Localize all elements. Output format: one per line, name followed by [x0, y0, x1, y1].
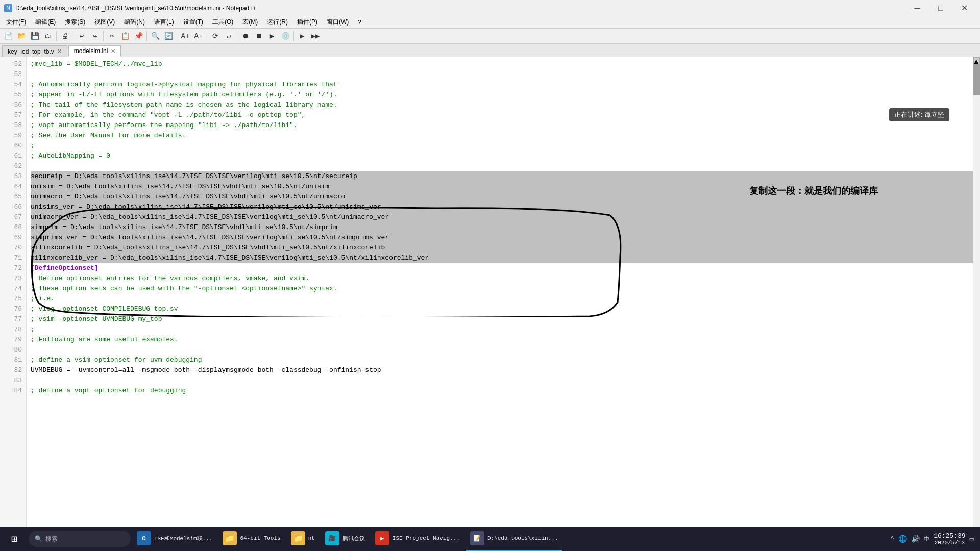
show-desktop-icon[interactable]: ▭	[970, 535, 974, 543]
save-all-button[interactable]: 🗂	[42, 30, 54, 42]
print-button[interactable]: 🖨	[59, 30, 71, 42]
minimize-button[interactable]: ─	[905, 0, 929, 16]
zoom-out-button[interactable]: A-	[192, 30, 205, 42]
menu-language[interactable]: 语言(L)	[150, 17, 178, 28]
open-button[interactable]: 📂	[15, 30, 28, 42]
redo-button[interactable]: ↪	[89, 30, 101, 42]
code-line[interactable]: secureip = D:\eda_tools\xilins_ise\14.7\…	[31, 171, 973, 182]
paste-button[interactable]: 📌	[132, 30, 144, 42]
save-button[interactable]: 💾	[29, 30, 41, 42]
menu-settings[interactable]: 设置(T)	[179, 17, 207, 28]
taskbar-app-ise[interactable]: ▶ ISE Project Navig...	[371, 527, 464, 551]
taskbar-app-tencent[interactable]: 🎥 腾讯会议	[321, 527, 369, 551]
macro-play-button[interactable]: ▶	[266, 30, 278, 42]
code-line[interactable]: UVMDEBUG = -uvmcontrol=all -msgmode both…	[31, 365, 973, 375]
code-line[interactable]	[31, 161, 973, 171]
macro-stop-button[interactable]: ⏹	[253, 30, 265, 42]
zoom-in-button[interactable]: A+	[179, 30, 191, 42]
menu-encoding[interactable]: 编码(N)	[120, 17, 149, 28]
code-line[interactable]: ; The tail of the filesystem path name i…	[31, 100, 973, 110]
run-button[interactable]: ▶	[296, 30, 308, 42]
code-line[interactable]: ; AutoLibMapping = 0	[31, 151, 973, 161]
code-line[interactable]: ; define a vopt optionset for debugging	[31, 386, 973, 396]
comment-text: ; i.e.	[31, 295, 55, 303]
clock[interactable]: 16:25:39 2020/5/13	[934, 532, 965, 546]
key-text: unisim	[31, 183, 59, 190]
menu-macro[interactable]: 宏(M)	[238, 17, 262, 28]
menu-view[interactable]: 视图(V)	[90, 17, 119, 28]
new-button[interactable]: 📄	[2, 30, 14, 42]
network-icon[interactable]: 🌐	[898, 535, 907, 543]
code-line[interactable]	[31, 375, 973, 386]
find-button[interactable]: 🔍	[149, 30, 161, 42]
code-line[interactable]: ; vsim -optionset UVMDEBUG my_top	[31, 314, 973, 324]
code-line[interactable]: ; appear in -L/-Lf options with filesyst…	[31, 90, 973, 100]
menu-plugins[interactable]: 插件(P)	[293, 17, 322, 28]
sync-button[interactable]: ⟳	[209, 30, 222, 42]
code-line[interactable]: simprim = D:\eda_tools\xilins_ise\14.7\I…	[31, 222, 973, 233]
undo-button[interactable]: ↩	[76, 30, 88, 42]
code-line[interactable]: xilinxcorelib = D:\eda_tools\xilins_ise\…	[31, 243, 973, 253]
code-line[interactable]: simprims_ver = D:\eda_tools\xilins_ise\1…	[31, 233, 973, 243]
code-line[interactable]: xilinxcorelib_ver = D:\eda_tools\xilins_…	[31, 253, 973, 263]
maximize-button[interactable]: □	[929, 0, 952, 16]
code-line[interactable]: ;mvc_lib = $MODEL_TECH/../mvc_lib	[31, 59, 973, 69]
line-number: 77	[0, 314, 26, 324]
speaker-icon[interactable]: 🔊	[911, 535, 920, 543]
menu-file[interactable]: 文件(F)	[2, 17, 30, 28]
code-line[interactable]: unisims_ver = D:\eda_tools\xilins_ise\14…	[31, 202, 973, 212]
code-line[interactable]: ; vlog -optionset COMPILEDEBUG top.sv	[31, 304, 973, 314]
copy-button[interactable]: 📋	[119, 30, 131, 42]
close-button[interactable]: ✕	[952, 0, 976, 16]
scrollbar-up[interactable]: ▲	[973, 57, 980, 64]
code-line[interactable]: ;	[31, 141, 973, 151]
run2-button[interactable]: ▶▶	[309, 30, 322, 42]
value-text: D:\eda_tools\xilins_ise\14.7\ISE_DS\ISE\…	[62, 183, 329, 190]
line-number: 76	[0, 304, 26, 314]
start-button[interactable]: ⊞	[2, 527, 27, 551]
taskbar-search[interactable]: 🔍 搜索	[29, 531, 131, 547]
code-area[interactable]: ;mvc_lib = $MODEL_TECH/../mvc_lib ; Auto…	[27, 57, 973, 537]
taskbar-app-notepad[interactable]: 📝 D:\eda_tools\xilin...	[466, 527, 562, 551]
macro-save-button[interactable]: 💿	[279, 30, 291, 42]
vertical-scrollbar[interactable]: ▲	[973, 57, 980, 537]
code-line[interactable]: ; i.e.	[31, 294, 973, 304]
code-line[interactable]: ; These option sets can be used with the…	[31, 284, 973, 294]
macro-rec-button[interactable]: ⏺	[239, 30, 252, 42]
line-number: 65	[0, 192, 26, 202]
code-line[interactable]: ; Automatically perform logical->physica…	[31, 80, 973, 90]
up-arrow-icon[interactable]: ^	[890, 535, 894, 543]
value-text: D:\eda_tools\xilins_ise\14.7\ISE_DS\ISE\…	[90, 244, 385, 252]
code-line[interactable]: unimacro_ver = D:\eda_tools\xilins_ise\1…	[31, 212, 973, 222]
menu-search[interactable]: 搜索(S)	[61, 17, 89, 28]
code-line[interactable]: ; Define optionset entries for the vario…	[31, 273, 973, 284]
code-line[interactable]: ; See the User Manual for more details.	[31, 131, 973, 141]
scrollbar-thumb[interactable]	[973, 64, 980, 95]
code-line[interactable]: ; For example, in the command "vopt -L .…	[31, 110, 973, 120]
code-line[interactable]: ; vopt automatically performs the mappin…	[31, 120, 973, 131]
code-line[interactable]	[31, 345, 973, 355]
menu-tools[interactable]: 工具(O)	[208, 17, 237, 28]
taskbar-app-tools[interactable]: 📁 64-bit Tools	[218, 527, 284, 551]
code-line[interactable]: [DefineOptionset]	[31, 263, 973, 273]
tab-modelsim-close[interactable]: ✕	[111, 48, 115, 55]
line-number: 82	[0, 365, 26, 375]
menu-help[interactable]: ?	[354, 18, 365, 27]
code-line[interactable]: ; Following are some useful examples.	[31, 335, 973, 345]
code-line[interactable]	[31, 69, 973, 80]
replace-button[interactable]: 🔄	[162, 30, 175, 42]
menu-run[interactable]: 运行(R)	[263, 17, 292, 28]
line-number: 79	[0, 335, 26, 345]
menu-edit[interactable]: 编辑(E)	[31, 17, 60, 28]
menu-window[interactable]: 窗口(W)	[323, 17, 353, 28]
taskbar-app-notepad-label: D:\eda_tools\xilin...	[487, 535, 558, 541]
tab-key-led-close[interactable]: ✕	[57, 48, 62, 55]
code-line[interactable]: ;	[31, 324, 973, 335]
cut-button[interactable]: ✂	[106, 30, 118, 42]
code-line[interactable]: ; define a vsim optionset for uvm debugg…	[31, 355, 973, 365]
taskbar-app-ie[interactable]: e ISE和Modelsim联...	[133, 527, 216, 551]
wrap-button[interactable]: ↵	[223, 30, 235, 42]
tab-modelsim[interactable]: modelsim.ini ✕	[68, 45, 121, 57]
taskbar-app-nt[interactable]: 📁 nt	[287, 527, 319, 551]
tab-key-led[interactable]: key_led_top_tb.v ✕	[2, 45, 67, 57]
